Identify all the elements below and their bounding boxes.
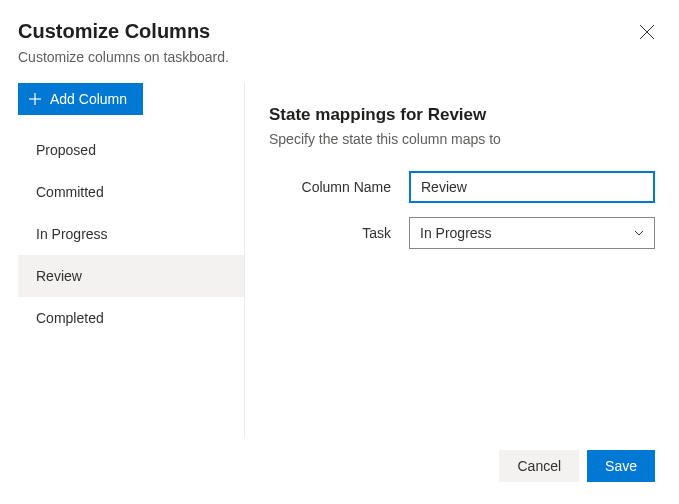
dialog-body: Add Column Proposed Committed In Progres… xyxy=(0,83,679,438)
sidebar-item-label: Proposed xyxy=(36,142,96,158)
column-name-label: Column Name xyxy=(269,179,409,195)
plus-icon xyxy=(28,92,42,106)
sidebar-item-committed[interactable]: Committed xyxy=(18,171,244,213)
sidebar-item-label: In Progress xyxy=(36,226,108,242)
column-list: Proposed Committed In Progress Review Co… xyxy=(18,129,244,339)
task-label: Task xyxy=(269,225,409,241)
dialog-footer: Cancel Save xyxy=(0,438,679,504)
cancel-button[interactable]: Cancel xyxy=(499,450,579,482)
task-select[interactable]: In Progress xyxy=(409,217,655,249)
section-title: State mappings for Review xyxy=(269,105,655,125)
task-select-wrap: In Progress xyxy=(409,217,655,249)
main-panel: State mappings for Review Specify the st… xyxy=(245,83,679,438)
task-control: In Progress xyxy=(409,217,655,249)
column-name-input[interactable] xyxy=(409,171,655,203)
sidebar-item-label: Completed xyxy=(36,310,104,326)
add-column-label: Add Column xyxy=(50,91,127,107)
dialog-header: Customize Columns Customize columns on t… xyxy=(0,0,679,83)
task-row: Task In Progress xyxy=(269,217,655,249)
sidebar-item-label: Review xyxy=(36,268,82,284)
add-column-button[interactable]: Add Column xyxy=(18,83,143,115)
close-button[interactable] xyxy=(639,24,655,40)
dialog-subtitle: Customize columns on taskboard. xyxy=(18,49,655,65)
sidebar: Add Column Proposed Committed In Progres… xyxy=(0,83,245,438)
sidebar-item-proposed[interactable]: Proposed xyxy=(18,129,244,171)
column-name-row: Column Name xyxy=(269,171,655,203)
sidebar-item-in-progress[interactable]: In Progress xyxy=(18,213,244,255)
sidebar-item-review[interactable]: Review xyxy=(18,255,244,297)
sidebar-item-label: Committed xyxy=(36,184,104,200)
customize-columns-dialog: Customize Columns Customize columns on t… xyxy=(0,0,679,504)
task-select-value: In Progress xyxy=(420,225,492,241)
sidebar-item-completed[interactable]: Completed xyxy=(18,297,244,339)
save-button[interactable]: Save xyxy=(587,450,655,482)
close-icon xyxy=(639,24,655,40)
section-subtitle: Specify the state this column maps to xyxy=(269,131,655,147)
column-name-control xyxy=(409,171,655,203)
dialog-title: Customize Columns xyxy=(18,20,655,43)
